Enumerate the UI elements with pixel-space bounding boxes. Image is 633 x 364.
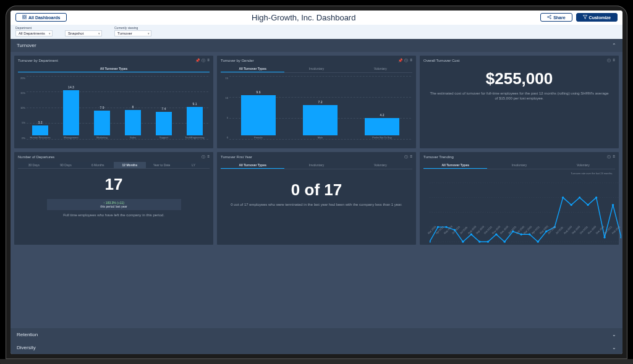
time-segmented-control: 30 Days90 Days6 Months12 MonthsYear to D…: [18, 162, 210, 169]
subtab[interactable]: Voluntary: [349, 162, 412, 169]
subtab[interactable]: All Turnover Types: [423, 162, 487, 169]
card-trending: Turnover Trending ⓘ ≡ All Turnover Types…: [420, 152, 619, 245]
card-turnover-by-gender: Turnover by Gender 📌 ⓘ ≡ All Turnover Ty…: [217, 56, 416, 148]
more-icon[interactable]: ≡: [613, 154, 615, 160]
card-subtabs: All Turnover TypesInvoluntaryVoluntary: [221, 162, 412, 169]
pin-icon[interactable]: 📌: [195, 58, 200, 64]
time-segment[interactable]: 12 Months: [114, 162, 146, 168]
card-first-year: Turnover First Year ⓘ ≡ All Turnover Typ…: [217, 152, 416, 245]
share-label: Share: [553, 15, 565, 20]
customize-button[interactable]: Customize: [576, 13, 618, 22]
departures-delta: ↑ 183.3% (+11) this period last year: [47, 199, 181, 210]
card-departures: Number of Departures ⓘ ≡ 30 Days90 Days6…: [14, 152, 213, 245]
time-segment[interactable]: 90 Days: [50, 162, 82, 168]
section-retention-title: Retention: [17, 332, 38, 337]
card-title: Turnover Trending: [423, 155, 454, 159]
filter-icon: [583, 15, 587, 20]
section-turnover-header[interactable]: Turnover ⌃: [11, 39, 622, 52]
subtab[interactable]: All Turnover Types: [18, 66, 210, 72]
svg-line-7: [548, 16, 550, 17]
card-title: Turnover by Gender: [221, 59, 253, 62]
subtab[interactable]: All Turnover Types: [221, 66, 284, 72]
filter-department-label: Department: [15, 26, 53, 30]
svg-point-35: [595, 196, 597, 198]
time-segment[interactable]: 30 Days: [18, 162, 50, 168]
filter-viewing-label: Currently viewing: [114, 26, 151, 30]
subtab[interactable]: Involuntary: [487, 162, 551, 169]
subtab[interactable]: Involuntary: [284, 66, 348, 72]
card-subtabs: All Turnover Types: [18, 66, 210, 73]
subtab[interactable]: Voluntary: [551, 162, 615, 169]
grid-icon: [22, 15, 27, 20]
filter-department-select[interactable]: All Departments: [15, 30, 53, 36]
card-title: Overall Turnover Cost: [423, 59, 459, 62]
pin-icon[interactable]: 📌: [398, 58, 402, 64]
info-icon[interactable]: ⓘ: [404, 58, 408, 64]
svg-rect-0: [22, 15, 24, 17]
departures-delta-sub: this period last year: [100, 205, 127, 208]
card-title: Number of Departures: [18, 155, 54, 159]
section-diversity-title: Diversity: [17, 345, 36, 350]
svg-point-37: [612, 203, 614, 205]
first-year-value: 0 of 17: [221, 180, 412, 200]
laptop-base: [0, 359, 633, 365]
svg-rect-2: [22, 17, 24, 19]
card-title: Turnover by Department: [18, 59, 58, 62]
card-turnover-by-department: Turnover by Department 📌 ⓘ ≡ All Turnove…: [14, 56, 213, 148]
card-subtabs: All Turnover TypesInvoluntaryVoluntary: [423, 162, 615, 169]
page-title: High-Growth, Inc. Dashboard: [70, 13, 537, 22]
info-icon[interactable]: ⓘ: [607, 154, 611, 160]
card-title: Turnover First Year: [221, 155, 252, 159]
more-icon[interactable]: ≡: [410, 154, 412, 160]
more-icon[interactable]: ≡: [410, 58, 412, 64]
svg-line-8: [548, 17, 550, 18]
svg-marker-9: [583, 15, 587, 19]
more-icon[interactable]: ≡: [207, 58, 210, 64]
share-button[interactable]: Share: [540, 13, 572, 22]
svg-point-16: [437, 226, 439, 227]
section-turnover-title: Turnover: [17, 43, 36, 48]
departures-desc: Full time employees who have left the co…: [18, 213, 210, 218]
info-icon[interactable]: ⓘ: [607, 58, 611, 64]
all-dashboards-label: All Dashboards: [28, 15, 60, 20]
card-overall-cost: Overall Turnover Cost ⓘ ≡ $255,000 The e…: [420, 56, 619, 148]
chevron-down-icon: ⌄: [612, 345, 616, 350]
filter-snapshot-select[interactable]: Snapshot: [65, 30, 102, 36]
time-segment[interactable]: LY: [177, 162, 210, 168]
time-segment[interactable]: 6 Months: [82, 162, 114, 168]
time-segment[interactable]: Year to Date: [146, 162, 178, 168]
section-retention-header[interactable]: Retention ⌄: [11, 328, 622, 341]
chart-by-department: 0%5%10%15%20%3.2Human Resources14.3Manag…: [18, 75, 210, 146]
share-icon: [547, 15, 551, 20]
info-icon[interactable]: ⓘ: [404, 154, 408, 160]
info-icon[interactable]: ⓘ: [202, 58, 205, 64]
app-screen: All Dashboards High-Growth, Inc. Dashboa…: [11, 11, 622, 354]
filter-snapshot: Snapshot: [65, 26, 102, 36]
filter-viewing-select[interactable]: Turnover: [114, 30, 151, 36]
laptop-frame: All Dashboards High-Growth, Inc. Dashboa…: [6, 6, 627, 359]
section-turnover-body: Turnover by Department 📌 ⓘ ≡ All Turnove…: [11, 52, 622, 248]
chart-by-gender: 0510159.6Female7.2Male4.2Prefer Not To S…: [221, 75, 412, 146]
svg-point-38: [620, 236, 621, 238]
subtab[interactable]: Involuntary: [284, 162, 348, 169]
info-icon[interactable]: ⓘ: [202, 154, 205, 160]
first-year-desc: 0 out of 17 employees who were terminate…: [221, 202, 412, 207]
overall-cost-desc: The estimated cost of turnover for full-…: [423, 91, 615, 101]
svg-point-31: [562, 196, 564, 198]
card-subtabs: All Turnover TypesInvoluntaryVoluntary: [221, 66, 412, 73]
departures-value: 17: [18, 175, 210, 194]
more-icon[interactable]: ≡: [613, 58, 615, 64]
filter-viewing: Currently viewing Turnover: [114, 26, 151, 36]
subtab[interactable]: All Turnover Types: [221, 162, 284, 169]
chevron-up-icon: ⌃: [612, 43, 616, 48]
svg-point-34: [587, 203, 588, 205]
subtab[interactable]: Voluntary: [349, 66, 412, 72]
customize-label: Customize: [589, 15, 611, 20]
svg-point-33: [579, 196, 580, 198]
more-icon[interactable]: ≡: [207, 154, 210, 160]
topbar: All Dashboards High-Growth, Inc. Dashboa…: [11, 11, 622, 25]
section-diversity-header[interactable]: Diversity ⌄: [11, 341, 622, 354]
main-area: Turnover ⌃ Turnover by Department 📌 ⓘ ≡ …: [11, 39, 622, 354]
chart-trending: Mar 2019Apr 2019May 2019Jun 2019Jul 2019…: [423, 175, 615, 242]
all-dashboards-button[interactable]: All Dashboards: [15, 13, 67, 22]
